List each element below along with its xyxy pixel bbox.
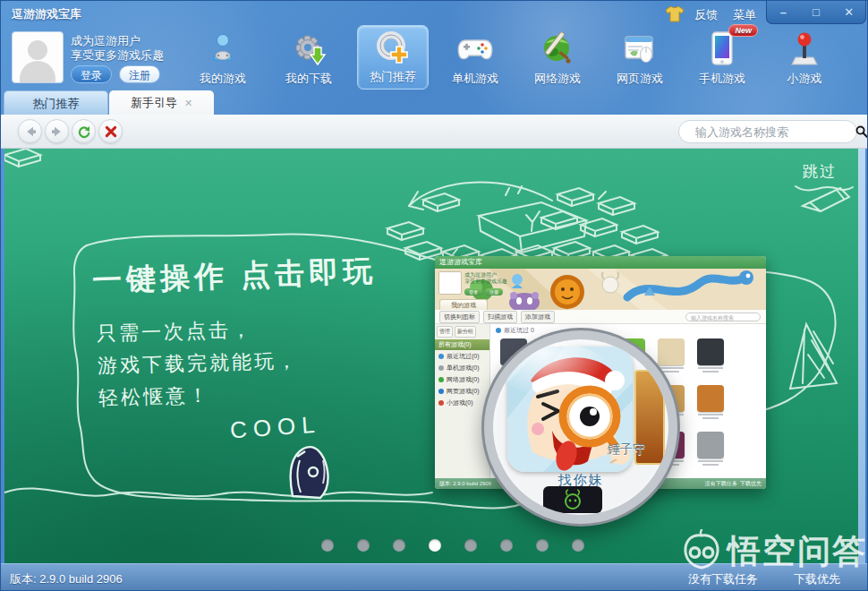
joy-icon: [438, 400, 444, 406]
search-box: [678, 120, 857, 143]
nav-label: 单机游戏: [439, 71, 511, 87]
carousel-dot[interactable]: [536, 539, 549, 552]
tab-newbie-guide[interactable]: 新手引导✕: [109, 90, 214, 115]
mini-toolbar-button: 切换到图标: [439, 311, 480, 323]
magnifier-glass: 锤子守 找你妹: [484, 330, 677, 524]
gamepad-icon: [439, 28, 511, 71]
mini-toolbar-button: 添加游戏: [521, 311, 555, 323]
menu-button[interactable]: 菜单: [733, 7, 756, 23]
search-icon[interactable]: [855, 124, 868, 139]
guide-body: 只需一次点击， 游戏下载完就能玩， 轻松惬意！: [97, 313, 301, 415]
carousel-dot[interactable]: [393, 539, 405, 552]
nav-online-games[interactable]: 网络游戏: [522, 28, 593, 89]
hot-recommend-icon: [358, 26, 428, 69]
download-tasks-label[interactable]: 没有下载任务: [688, 571, 758, 587]
nav-mobile-games[interactable]: New 手机游戏: [686, 28, 758, 89]
user-promo-line2: 享受更多游戏乐趣: [71, 47, 164, 64]
register-button[interactable]: 注册: [119, 65, 160, 83]
web-games-icon: [604, 28, 676, 71]
refresh-button[interactable]: [72, 119, 96, 143]
nav-label: 网页游戏: [604, 71, 676, 87]
web-icon: [438, 389, 444, 394]
mini-register-button: 注册: [485, 288, 503, 296]
mini-sidebar-item: 最近玩过(0): [435, 350, 489, 362]
nav-my-downloads[interactable]: 我的下载: [273, 28, 345, 89]
carousel-dot[interactable]: [429, 539, 441, 552]
statusbar: 版本: 2.9.0 build 2906 没有下载任务 下载优先: [1, 563, 868, 591]
guide-stage: 一键操作 点击即玩 只需一次点击， 游戏下载完就能玩， 轻松惬意！ COOL 跳…: [4, 149, 858, 563]
mobile-games-icon: New: [686, 28, 758, 71]
partial-game-label: 锤子守: [608, 441, 645, 458]
window-controls: – □ ✕: [766, 1, 866, 24]
nav-label: 我的下载: [273, 71, 345, 87]
dark-game-icon: [543, 486, 602, 513]
nav-label: 我的游戏: [187, 71, 259, 87]
mini-user-lines: 成为逗游用户享受更多游戏乐趣: [464, 272, 507, 285]
mini-title: 逗游游戏宝库: [435, 256, 766, 269]
download-priority-label[interactable]: 下载优先: [794, 571, 840, 587]
mini-sidebar-item: 网络游戏(0): [435, 373, 489, 385]
window-title: 逗游游戏宝库: [12, 6, 81, 22]
nav-web-games[interactable]: 网页游戏: [604, 28, 676, 89]
nav-label: 小游戏: [769, 71, 840, 87]
search-input[interactable]: [694, 124, 855, 140]
maximize-button[interactable]: □: [804, 4, 828, 21]
carousel-dot[interactable]: [500, 539, 513, 552]
mini-sidebar-item: 小游戏(0): [435, 397, 489, 408]
joystick-icon: [769, 28, 840, 71]
mini-login-button: 登录: [464, 288, 482, 296]
mini-sidebar: 管理新分组 所有游戏(0) 最近玩过(0) 单机游戏(0) 网络游戏(0) 网页…: [435, 324, 490, 478]
mini-game-icon[interactable]: [691, 383, 730, 419]
mini-game-icon[interactable]: [691, 337, 730, 373]
nav-hot-recommend[interactable]: 热门推荐: [357, 25, 429, 90]
avatar[interactable]: [12, 31, 64, 83]
mini-game-icon[interactable]: [651, 337, 691, 373]
mini-sidebar-item: 网页游戏(0): [435, 385, 489, 397]
login-button[interactable]: 登录: [71, 65, 112, 83]
mini-sidebar-group: 所有游戏(0): [435, 339, 489, 350]
dress-icon[interactable]: [665, 5, 685, 26]
pagination-dots: [321, 539, 584, 552]
nav-label: 手机游戏: [686, 71, 758, 87]
mini-section-header: 最近玩过 0: [504, 326, 534, 335]
window-right-edge: [858, 149, 865, 563]
new-badge: New: [728, 24, 758, 37]
tab-hot-recommend[interactable]: 热门推荐: [4, 90, 108, 115]
forward-button[interactable]: [45, 119, 69, 143]
carousel-dot[interactable]: [572, 539, 584, 552]
version-label: 版本: 2.9.0 build 2906: [10, 571, 123, 587]
skip-button[interactable]: 跳过: [803, 161, 837, 182]
tab-close-icon[interactable]: ✕: [184, 98, 192, 108]
stop-button[interactable]: [98, 119, 123, 143]
mini-toolbar-button: 扫描游戏: [483, 311, 517, 323]
nav-label: 热门推荐: [358, 69, 428, 85]
mini-avatar: [438, 271, 462, 295]
mini-search-box: 输入游戏名称搜索: [685, 313, 761, 321]
nav-my-games[interactable]: 我的游戏: [187, 28, 259, 89]
app-window: 逗游游戏宝库 反馈 菜单 – □ ✕ 成为逗游用户 享受更多游戏乐趣 登录 注册…: [0, 0, 868, 591]
my-downloads-icon: [273, 28, 345, 71]
nav-label: 网络游戏: [522, 71, 593, 87]
mini-newgroup-button: 新分组: [455, 326, 476, 338]
carousel-dot[interactable]: [357, 539, 370, 552]
clock-icon: [438, 354, 444, 359]
online-games-icon: [522, 28, 593, 71]
back-button[interactable]: [18, 119, 42, 143]
carousel-dot[interactable]: [464, 539, 477, 552]
carousel-dot[interactable]: [321, 539, 334, 552]
close-button[interactable]: ✕: [838, 4, 861, 21]
net-icon: [438, 377, 444, 382]
nav-mini-games[interactable]: 小游戏: [769, 28, 840, 89]
my-games-icon: [187, 28, 259, 71]
pc-icon: [438, 365, 444, 371]
mini-manage-button: 管理: [437, 326, 453, 338]
nav-pc-games[interactable]: 单机游戏: [439, 28, 511, 89]
mini-sidebar-item: 单机游戏(0): [435, 362, 489, 373]
minimize-button[interactable]: –: [771, 4, 795, 21]
mini-game-icon[interactable]: [691, 430, 730, 466]
feedback-button[interactable]: 反馈: [694, 7, 718, 23]
